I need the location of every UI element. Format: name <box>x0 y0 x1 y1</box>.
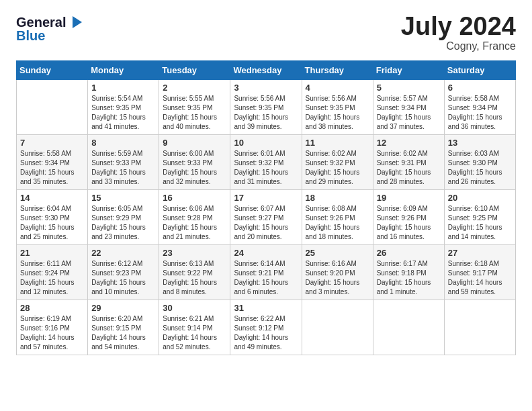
cell-info: Sunrise: 6:04 AMSunset: 9:30 PMDaylight:… <box>20 204 84 242</box>
logo-icon <box>67 13 85 31</box>
day-number: 10 <box>234 138 298 148</box>
cell-info: Sunrise: 6:05 AMSunset: 9:29 PMDaylight:… <box>91 204 155 242</box>
calendar-cell: 27Sunrise: 6:18 AMSunset: 9:17 PMDayligh… <box>444 245 515 300</box>
col-thursday: Thursday <box>302 61 373 80</box>
logo: General Blue <box>16 13 85 44</box>
day-number: 15 <box>91 193 155 203</box>
cell-info: Sunrise: 6:18 AMSunset: 9:17 PMDaylight:… <box>448 259 512 297</box>
col-sunday: Sunday <box>17 61 88 80</box>
day-number: 12 <box>377 138 441 148</box>
title-block: July 2024 Cogny, France <box>401 13 516 52</box>
day-number: 16 <box>163 193 226 203</box>
day-number: 24 <box>234 248 298 258</box>
calendar-cell: 24Sunrise: 6:14 AMSunset: 9:21 PMDayligh… <box>230 245 302 300</box>
cell-info: Sunrise: 6:09 AMSunset: 9:26 PMDaylight:… <box>377 204 441 242</box>
calendar-week-row-1: 1Sunrise: 5:54 AMSunset: 9:35 PMDaylight… <box>17 80 516 135</box>
calendar-cell: 21Sunrise: 6:11 AMSunset: 9:24 PMDayligh… <box>17 245 88 300</box>
day-number: 4 <box>306 83 369 93</box>
day-number: 19 <box>377 193 441 203</box>
calendar-cell: 23Sunrise: 6:13 AMSunset: 9:22 PMDayligh… <box>159 245 230 300</box>
cell-info: Sunrise: 5:57 AMSunset: 9:34 PMDaylight:… <box>377 94 441 132</box>
col-monday: Monday <box>88 61 159 80</box>
day-number: 17 <box>234 193 298 203</box>
calendar-header-row: Sunday Monday Tuesday Wednesday Thursday… <box>17 61 516 80</box>
calendar-cell: 17Sunrise: 6:07 AMSunset: 9:27 PMDayligh… <box>230 190 302 245</box>
calendar-cell: 22Sunrise: 6:12 AMSunset: 9:23 PMDayligh… <box>88 245 159 300</box>
calendar-cell: 10Sunrise: 6:01 AMSunset: 9:32 PMDayligh… <box>230 135 302 190</box>
col-saturday: Saturday <box>444 61 515 80</box>
day-number: 7 <box>20 138 84 148</box>
calendar-cell: 7Sunrise: 5:58 AMSunset: 9:34 PMDaylight… <box>17 135 88 190</box>
day-number: 11 <box>306 138 369 148</box>
cell-info: Sunrise: 6:02 AMSunset: 9:31 PMDaylight:… <box>377 149 441 187</box>
day-number: 3 <box>234 83 298 93</box>
calendar-cell: 16Sunrise: 6:06 AMSunset: 9:28 PMDayligh… <box>159 190 230 245</box>
cell-info: Sunrise: 6:07 AMSunset: 9:27 PMDaylight:… <box>234 204 298 242</box>
cell-info: Sunrise: 5:58 AMSunset: 9:34 PMDaylight:… <box>20 149 84 187</box>
cell-info: Sunrise: 6:02 AMSunset: 9:32 PMDaylight:… <box>306 149 369 187</box>
day-number: 29 <box>91 303 155 313</box>
header: General Blue July 2024 Cogny, France <box>16 13 516 52</box>
day-number: 9 <box>163 138 226 148</box>
cell-info: Sunrise: 5:56 AMSunset: 9:35 PMDaylight:… <box>234 94 298 132</box>
cell-info: Sunrise: 6:21 AMSunset: 9:14 PMDaylight:… <box>163 314 226 352</box>
calendar-cell <box>17 80 88 135</box>
cell-info: Sunrise: 6:20 AMSunset: 9:15 PMDaylight:… <box>91 314 155 352</box>
cell-info: Sunrise: 6:10 AMSunset: 9:25 PMDaylight:… <box>448 204 512 242</box>
day-number: 20 <box>448 193 512 203</box>
calendar-cell: 14Sunrise: 6:04 AMSunset: 9:30 PMDayligh… <box>17 190 88 245</box>
cell-info: Sunrise: 5:59 AMSunset: 9:33 PMDaylight:… <box>91 149 155 187</box>
calendar-cell: 29Sunrise: 6:20 AMSunset: 9:15 PMDayligh… <box>88 300 159 355</box>
col-wednesday: Wednesday <box>230 61 302 80</box>
day-number: 5 <box>377 83 441 93</box>
day-number: 22 <box>91 248 155 258</box>
calendar-cell: 12Sunrise: 6:02 AMSunset: 9:31 PMDayligh… <box>373 135 444 190</box>
calendar-cell: 4Sunrise: 5:56 AMSunset: 9:35 PMDaylight… <box>302 80 373 135</box>
day-number: 26 <box>377 248 441 258</box>
day-number: 2 <box>163 83 226 93</box>
calendar-cell: 19Sunrise: 6:09 AMSunset: 9:26 PMDayligh… <box>373 190 444 245</box>
calendar-cell: 26Sunrise: 6:17 AMSunset: 9:18 PMDayligh… <box>373 245 444 300</box>
cell-info: Sunrise: 6:19 AMSunset: 9:16 PMDaylight:… <box>20 314 84 352</box>
cell-info: Sunrise: 5:55 AMSunset: 9:35 PMDaylight:… <box>163 94 226 132</box>
calendar-cell <box>302 300 373 355</box>
calendar-cell: 2Sunrise: 5:55 AMSunset: 9:35 PMDaylight… <box>159 80 230 135</box>
cell-info: Sunrise: 5:56 AMSunset: 9:35 PMDaylight:… <box>306 94 369 132</box>
col-tuesday: Tuesday <box>159 61 230 80</box>
cell-info: Sunrise: 6:13 AMSunset: 9:22 PMDaylight:… <box>163 259 226 297</box>
day-number: 21 <box>20 248 84 258</box>
day-number: 31 <box>234 303 298 313</box>
calendar-table: Sunday Monday Tuesday Wednesday Thursday… <box>16 60 516 355</box>
calendar-cell: 1Sunrise: 5:54 AMSunset: 9:35 PMDaylight… <box>88 80 159 135</box>
calendar-week-row-3: 14Sunrise: 6:04 AMSunset: 9:30 PMDayligh… <box>17 190 516 245</box>
calendar-cell: 15Sunrise: 6:05 AMSunset: 9:29 PMDayligh… <box>88 190 159 245</box>
location: Cogny, France <box>401 40 516 52</box>
month-title: July 2024 <box>401 13 516 39</box>
day-number: 14 <box>20 193 84 203</box>
day-number: 27 <box>448 248 512 258</box>
day-number: 25 <box>306 248 369 258</box>
cell-info: Sunrise: 6:14 AMSunset: 9:21 PMDaylight:… <box>234 259 298 297</box>
calendar-cell: 28Sunrise: 6:19 AMSunset: 9:16 PMDayligh… <box>17 300 88 355</box>
cell-info: Sunrise: 6:01 AMSunset: 9:32 PMDaylight:… <box>234 149 298 187</box>
calendar-week-row-4: 21Sunrise: 6:11 AMSunset: 9:24 PMDayligh… <box>17 245 516 300</box>
day-number: 1 <box>91 83 155 93</box>
cell-info: Sunrise: 6:22 AMSunset: 9:12 PMDaylight:… <box>234 314 298 352</box>
calendar-cell: 8Sunrise: 5:59 AMSunset: 9:33 PMDaylight… <box>88 135 159 190</box>
day-number: 18 <box>306 193 369 203</box>
cell-info: Sunrise: 5:58 AMSunset: 9:34 PMDaylight:… <box>448 94 512 132</box>
cell-info: Sunrise: 6:03 AMSunset: 9:30 PMDaylight:… <box>448 149 512 187</box>
calendar-cell: 6Sunrise: 5:58 AMSunset: 9:34 PMDaylight… <box>444 80 515 135</box>
calendar-cell: 13Sunrise: 6:03 AMSunset: 9:30 PMDayligh… <box>444 135 515 190</box>
day-number: 23 <box>163 248 226 258</box>
calendar-cell: 5Sunrise: 5:57 AMSunset: 9:34 PMDaylight… <box>373 80 444 135</box>
calendar-cell <box>444 300 515 355</box>
cell-info: Sunrise: 6:11 AMSunset: 9:24 PMDaylight:… <box>20 259 84 297</box>
col-friday: Friday <box>373 61 444 80</box>
cell-info: Sunrise: 5:54 AMSunset: 9:35 PMDaylight:… <box>91 94 155 132</box>
calendar-page: General Blue July 2024 Cogny, France Sun… <box>0 0 532 411</box>
calendar-cell: 18Sunrise: 6:08 AMSunset: 9:26 PMDayligh… <box>302 190 373 245</box>
day-number: 28 <box>20 303 84 313</box>
cell-info: Sunrise: 6:12 AMSunset: 9:23 PMDaylight:… <box>91 259 155 297</box>
day-number: 13 <box>448 138 512 148</box>
